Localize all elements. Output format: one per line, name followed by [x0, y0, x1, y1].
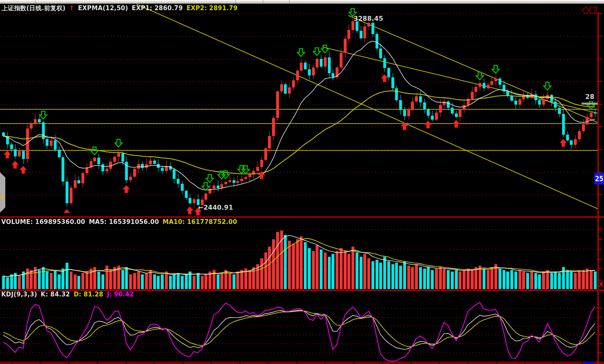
toolbar-separator [235, 0, 236, 4]
toolbar-separator [263, 0, 263, 4]
kdj-chart-canvas[interactable] [0, 290, 604, 364]
price-marker-bar [582, 103, 597, 105]
expand-arrow-icon [1, 194, 4, 199]
toolbar-separator [35, 0, 35, 4]
axis-price-badge: 25 [594, 173, 604, 184]
tile-windows-icon[interactable] [590, 7, 595, 13]
side-panel-handle[interactable] [0, 172, 5, 213]
volume-chart-canvas[interactable] [0, 217, 604, 290]
toolbar-separator [289, 0, 290, 4]
scroll-x-glyph[interactable]: X [599, 281, 604, 288]
toolbar-strip [0, 0, 604, 4]
trading-app-screen: 上证指数(日线.前复权)↑EXPMA(12,50)EXP1: 2860.79EX… [0, 0, 604, 364]
main-price-chart-canvas[interactable] [0, 4, 604, 217]
